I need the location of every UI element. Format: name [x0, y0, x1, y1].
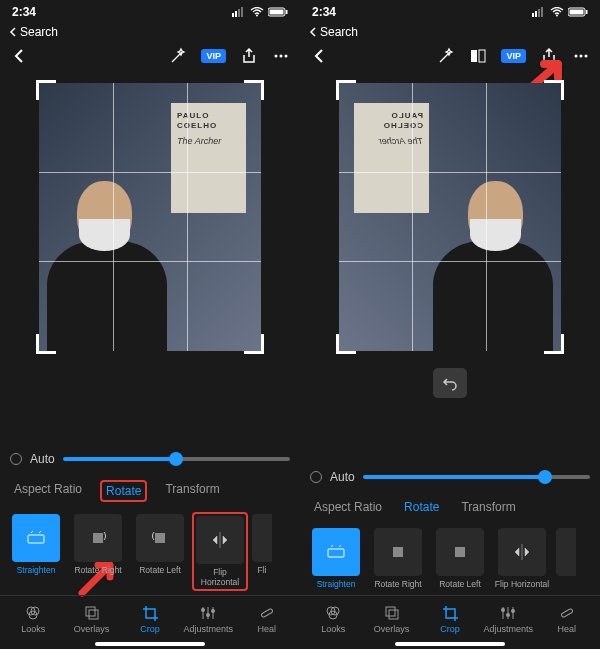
svg-rect-29	[570, 10, 584, 15]
photo-canvas[interactable]: PAULO COELHO The Archer	[0, 72, 300, 362]
svg-point-10	[285, 55, 288, 58]
nav-crop[interactable]: Crop	[422, 604, 478, 634]
person-in-photo	[433, 151, 553, 351]
status-time: 2:34	[312, 5, 336, 19]
option-flip-vertical[interactable]: Fli	[252, 514, 272, 589]
auto-label: Auto	[330, 470, 355, 484]
crop-handle-tr[interactable]	[336, 80, 356, 100]
svg-rect-25	[538, 9, 540, 17]
tab-transform[interactable]: Transform	[165, 482, 219, 500]
option-rotate-left[interactable]: Rotate Left	[432, 528, 488, 589]
crop-handle-bl[interactable]	[544, 334, 564, 354]
option-straighten[interactable]: Straighten	[8, 514, 64, 589]
straighten-slider[interactable]	[363, 475, 590, 479]
crop-handle-tr[interactable]	[244, 80, 264, 100]
crop-handle-br[interactable]	[244, 334, 264, 354]
auto-radio[interactable]	[10, 453, 22, 465]
nav-overlays[interactable]: Overlays	[364, 604, 420, 634]
more-icon[interactable]	[572, 47, 590, 65]
svg-rect-1	[235, 11, 237, 17]
crop-frame[interactable]: PAULO COELHO The Archer	[39, 83, 261, 351]
option-straighten[interactable]: Straighten	[308, 528, 364, 589]
svg-rect-23	[532, 13, 534, 17]
magic-wand-icon[interactable]	[169, 47, 187, 65]
left-screenshot: 2:34 Search VIP PAULO COELHO The Archer	[0, 0, 300, 649]
nav-looks[interactable]: Looks	[305, 604, 361, 634]
svg-rect-47	[561, 608, 573, 617]
top-toolbar: VIP	[300, 40, 600, 72]
svg-rect-17	[86, 607, 95, 616]
home-indicator[interactable]	[95, 642, 205, 646]
rotate-options: Straighten Rotate Right Rotate Left Flip…	[300, 522, 600, 595]
controls-panel: Auto Aspect Ratio Rotate Transform Strai…	[0, 444, 300, 649]
nav-heal[interactable]: Heal	[539, 604, 595, 634]
share-icon[interactable]	[540, 47, 558, 65]
svg-rect-26	[541, 7, 543, 17]
option-rotate-right[interactable]: Rotate Right	[70, 514, 126, 589]
crop-handle-tl[interactable]	[36, 80, 56, 100]
option-rotate-left[interactable]: Rotate Left	[132, 514, 188, 589]
option-flip-vertical[interactable]	[556, 528, 576, 589]
crop-handle-tl[interactable]	[544, 80, 564, 100]
magic-wand-icon[interactable]	[437, 47, 455, 65]
nav-overlays[interactable]: Overlays	[64, 604, 120, 634]
crop-handle-bl[interactable]	[36, 334, 56, 354]
svg-rect-13	[155, 533, 165, 543]
back-button[interactable]: Search	[300, 24, 600, 40]
option-rotate-right[interactable]: Rotate Right	[370, 528, 426, 589]
nav-heal[interactable]: Heal	[239, 604, 295, 634]
option-flip-horizontal[interactable]: Flip Horizontal	[192, 512, 248, 591]
share-icon[interactable]	[240, 47, 258, 65]
tab-rotate[interactable]: Rotate	[404, 500, 439, 514]
status-bar: 2:34	[300, 0, 600, 24]
nav-looks[interactable]: Looks	[5, 604, 61, 634]
svg-point-46	[511, 609, 515, 613]
tab-aspect-ratio[interactable]: Aspect Ratio	[314, 500, 382, 514]
svg-rect-42	[386, 607, 395, 616]
crop-frame[interactable]: PAULO COELHO The Archer	[339, 83, 561, 351]
svg-rect-32	[479, 50, 485, 62]
svg-point-45	[506, 613, 510, 617]
svg-rect-7	[286, 10, 288, 14]
crop-tabs: Aspect Ratio Rotate Transform	[0, 474, 300, 508]
tab-transform[interactable]: Transform	[461, 500, 515, 514]
svg-point-33	[575, 55, 578, 58]
svg-rect-11	[28, 535, 44, 543]
svg-rect-31	[471, 50, 477, 62]
vip-badge[interactable]: VIP	[501, 49, 526, 63]
tab-rotate[interactable]: Rotate	[100, 480, 147, 502]
book-in-photo: PAULO COELHO The Archer	[171, 103, 246, 213]
svg-rect-43	[389, 610, 398, 619]
nav-adjustments[interactable]: Adjustments	[480, 604, 536, 634]
more-icon[interactable]	[272, 47, 290, 65]
compare-icon[interactable]	[469, 47, 487, 65]
auto-radio[interactable]	[310, 471, 322, 483]
crop-handle-br[interactable]	[336, 334, 356, 354]
home-indicator[interactable]	[395, 642, 505, 646]
svg-rect-12	[93, 533, 103, 543]
nav-crop[interactable]: Crop	[122, 604, 178, 634]
svg-point-21	[211, 609, 215, 613]
right-screenshot: 2:34 Search VIP PAULO COELHO Th	[300, 0, 600, 649]
svg-point-35	[585, 55, 588, 58]
back-button[interactable]: Search	[0, 24, 300, 40]
photo-canvas[interactable]: PAULO COELHO The Archer	[300, 72, 600, 362]
auto-label: Auto	[30, 452, 55, 466]
svg-rect-2	[238, 9, 240, 17]
straighten-slider[interactable]	[63, 457, 290, 461]
svg-point-8	[275, 55, 278, 58]
back-chevron-icon[interactable]	[310, 47, 328, 65]
book-author: PAULO COELHO	[360, 111, 423, 130]
rotate-options: Straighten Rotate Right Rotate Left Flip…	[0, 508, 300, 595]
back-chevron-icon[interactable]	[10, 47, 28, 65]
tab-aspect-ratio[interactable]: Aspect Ratio	[14, 482, 82, 500]
nav-adjustments[interactable]: Adjustments	[180, 604, 236, 634]
svg-rect-6	[270, 10, 284, 15]
svg-point-20	[206, 613, 210, 617]
svg-rect-38	[455, 547, 465, 557]
svg-rect-37	[393, 547, 403, 557]
vip-badge[interactable]: VIP	[201, 49, 226, 63]
svg-rect-0	[232, 13, 234, 17]
undo-button[interactable]	[433, 368, 467, 398]
option-flip-horizontal[interactable]: Flip Horizontal	[494, 528, 550, 589]
